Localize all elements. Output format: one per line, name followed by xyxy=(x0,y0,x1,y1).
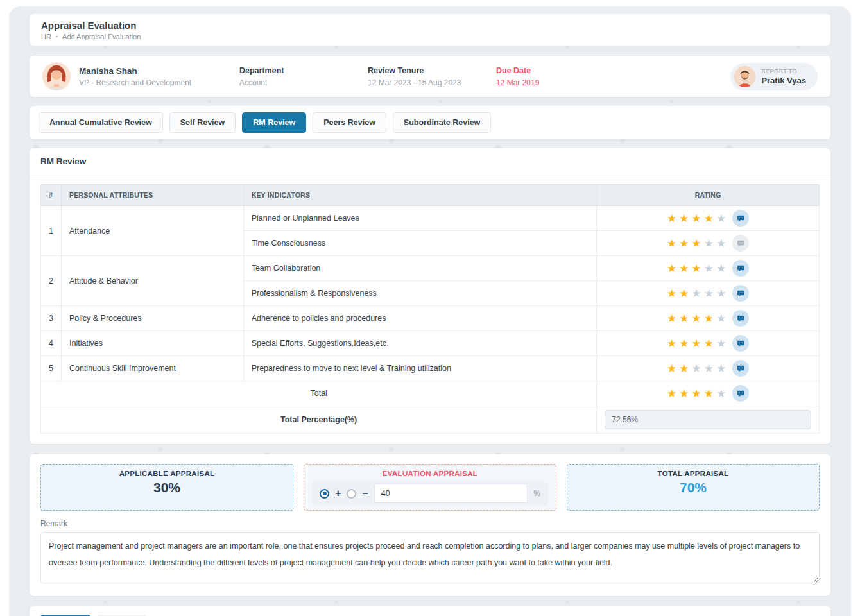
star-icon[interactable]: ★ xyxy=(667,338,676,349)
applicable-appraisal-value: 30% xyxy=(49,480,285,495)
star-icon[interactable]: ★ xyxy=(692,213,701,224)
comment-icon-button xyxy=(732,235,749,252)
appraisal-summary-card: APPLICABLE APPRAISAL 30% EVALUATION APPR… xyxy=(30,454,830,596)
star-icon[interactable]: ★ xyxy=(692,363,701,374)
star-icon[interactable]: ★ xyxy=(667,213,676,224)
col-header-rating: RATING xyxy=(597,185,820,206)
col-header-indicators: KEY INDICATORS xyxy=(243,185,597,206)
attribute-cell: Attendance xyxy=(61,206,243,256)
star-icon[interactable]: ★ xyxy=(704,338,714,349)
department-value: Account xyxy=(239,78,368,87)
star-icon[interactable]: ★ xyxy=(716,363,726,374)
star-icon[interactable]: ★ xyxy=(704,288,714,299)
star-icon[interactable]: ★ xyxy=(704,313,714,324)
star-rating: ★★★★★ xyxy=(667,313,726,324)
rating-cell: ★★★★★ xyxy=(597,256,820,281)
total-appraisal-box: TOTAL APPRAISAL 70% xyxy=(567,464,820,511)
applicable-appraisal-box: APPLICABLE APPRAISAL 30% xyxy=(40,464,293,511)
comment-icon-button[interactable] xyxy=(732,360,749,377)
row-number: 3 xyxy=(41,306,62,331)
review-table: # PERSONAL ATTRIBUTES KEY INDICATORS RAT… xyxy=(40,184,820,434)
evaluation-appraisal-label: EVALUATION APPRAISAL xyxy=(312,470,548,477)
star-icon[interactable]: ★ xyxy=(679,363,689,374)
comment-icon-button[interactable] xyxy=(732,385,749,402)
star-icon[interactable]: ★ xyxy=(667,263,676,274)
total-row: Total★★★★★ xyxy=(41,381,820,406)
report-to-avatar xyxy=(734,66,755,87)
breadcrumb-hr-link[interactable]: HR xyxy=(41,33,51,40)
star-icon[interactable]: ★ xyxy=(692,288,701,299)
star-icon[interactable]: ★ xyxy=(679,263,689,274)
star-icon[interactable]: ★ xyxy=(679,388,689,399)
indicator-cell: Time Consciousness xyxy=(243,231,597,256)
star-icon[interactable]: ★ xyxy=(716,388,726,399)
tab-subordinate-review[interactable]: Subordinate Review xyxy=(393,112,491,133)
tab-annual-cumulative-review[interactable]: Annual Cumulative Review xyxy=(39,112,163,133)
star-icon[interactable]: ★ xyxy=(679,288,689,299)
star-rating: ★★★★★ xyxy=(667,338,726,349)
tab-rm-review[interactable]: RM Review xyxy=(242,112,306,133)
star-icon[interactable]: ★ xyxy=(667,388,676,399)
star-icon[interactable]: ★ xyxy=(667,313,676,324)
employee-name: Manisha Shah xyxy=(79,66,239,76)
star-icon[interactable]: ★ xyxy=(667,363,676,374)
summary-row: APPLICABLE APPRAISAL 30% EVALUATION APPR… xyxy=(40,464,820,511)
comment-icon-button[interactable] xyxy=(732,310,749,327)
review-tenure-label: Review Tenure xyxy=(368,66,496,75)
star-icon[interactable]: ★ xyxy=(704,363,714,374)
attribute-cell: Initiatives xyxy=(61,331,243,356)
department-label: Department xyxy=(239,66,368,75)
star-icon[interactable]: ★ xyxy=(692,238,701,249)
report-to-label: REPORT TO xyxy=(761,68,806,74)
content-panel: Appraisal Evaluation HR • Add Appraisal … xyxy=(9,6,851,616)
total-percentage-label: Total Percentage(%) xyxy=(41,406,597,434)
star-icon[interactable]: ★ xyxy=(716,313,726,324)
star-icon[interactable]: ★ xyxy=(679,313,689,324)
star-icon[interactable]: ★ xyxy=(667,238,676,249)
woman-avatar-icon xyxy=(42,62,71,90)
star-icon[interactable]: ★ xyxy=(716,213,726,224)
tab-self-review[interactable]: Self Review xyxy=(169,112,236,133)
star-icon[interactable]: ★ xyxy=(679,238,689,249)
star-icon[interactable]: ★ xyxy=(716,238,726,249)
star-icon[interactable]: ★ xyxy=(692,388,701,399)
report-to-text: REPORT TO Pratik Vyas xyxy=(761,68,806,85)
star-icon[interactable]: ★ xyxy=(692,313,701,324)
row-number: 4 xyxy=(41,331,62,356)
comment-icon-button[interactable] xyxy=(732,260,749,277)
star-icon[interactable]: ★ xyxy=(704,388,714,399)
star-icon[interactable]: ★ xyxy=(704,213,714,224)
star-icon[interactable]: ★ xyxy=(679,338,689,349)
remark-textarea[interactable]: Project management and project managers … xyxy=(40,532,820,583)
star-icon[interactable]: ★ xyxy=(716,338,726,349)
star-icon[interactable]: ★ xyxy=(692,338,701,349)
evaluation-value-input[interactable] xyxy=(374,484,528,503)
col-header-num: # xyxy=(41,185,62,206)
footer-actions-card: Submit Cancel xyxy=(30,606,830,616)
star-rating: ★★★★★ xyxy=(667,388,726,399)
minus-radio[interactable] xyxy=(347,489,356,499)
star-icon[interactable]: ★ xyxy=(692,263,701,274)
star-icon[interactable]: ★ xyxy=(716,263,726,274)
breadcrumb-current: Add Appraisal Evaluation xyxy=(62,33,141,40)
star-icon[interactable]: ★ xyxy=(716,288,726,299)
tab-peers-review[interactable]: Peers Review xyxy=(313,112,386,133)
due-date-block: Due Date 12 Mar 2019 xyxy=(496,66,624,87)
comment-icon-button[interactable] xyxy=(732,335,749,352)
star-icon[interactable]: ★ xyxy=(704,263,714,274)
table-row: 1AttendancePlanned or Unplanned Leaves★★… xyxy=(41,206,820,231)
applicable-appraisal-label: APPLICABLE APPRAISAL xyxy=(49,470,285,477)
table-row: 3Policy & ProceduresAdherence to policie… xyxy=(41,306,820,331)
star-icon[interactable]: ★ xyxy=(667,288,676,299)
plus-radio[interactable] xyxy=(320,489,329,499)
comment-icon-button[interactable] xyxy=(732,210,749,227)
indicator-cell: Adherence to policies and procedures xyxy=(243,306,597,331)
total-percentage-row: Total Percentage(%) xyxy=(41,406,820,434)
star-rating: ★★★★★ xyxy=(667,238,726,249)
star-rating: ★★★★★ xyxy=(667,363,726,374)
total-percentage-input[interactable] xyxy=(605,410,811,429)
employee-identity: Manisha Shah VP - Research and Developme… xyxy=(79,66,239,87)
comment-icon-button[interactable] xyxy=(732,285,749,302)
star-icon[interactable]: ★ xyxy=(704,238,714,249)
star-icon[interactable]: ★ xyxy=(679,213,689,224)
